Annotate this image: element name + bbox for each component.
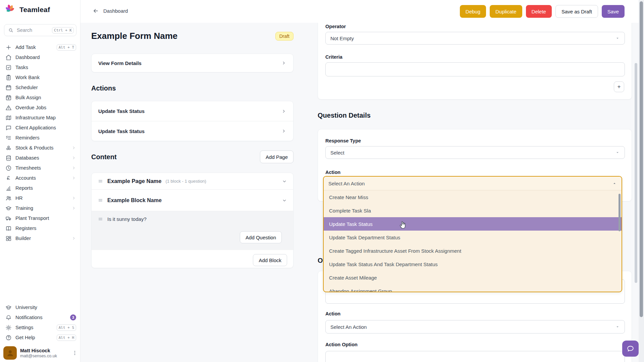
sidebar-item-plant-transport[interactable]: Plant Transport [0,213,80,223]
add-block-button[interactable]: Add Block [253,254,287,266]
action-item-row[interactable]: Update Task Status [92,121,293,141]
sidebar-item-registers[interactable]: Registers [0,223,80,233]
sidebar-item-hr[interactable]: HR [0,193,80,203]
sidebar-item-university[interactable]: University [0,302,80,312]
page-name: Example Page Name [107,178,161,184]
search-icon [8,27,14,33]
dropdown-scrollbar[interactable] [619,194,621,231]
alert-triangle-icon [5,105,12,111]
sidebar-item-reports[interactable]: Reports [0,183,80,193]
dropdown-option-abandon-assignment-group[interactable]: Abandon Assignment Group [324,284,622,292]
user-menu[interactable]: Matt Hiscock matt@senses.co.uk [3,346,78,360]
caret-down-icon [615,36,620,41]
caret-down-icon [615,150,620,155]
back-label: Dashboard [103,8,128,14]
check-square-icon [5,64,12,71]
dropdown-option-create-asset-mileage[interactable]: Create Asset Mileage [324,271,622,284]
action-select[interactable]: Select An Action [324,177,622,190]
chevron-right-icon [71,176,76,180]
sidebar-item-tasks[interactable]: Tasks [0,62,80,72]
chevron-right-icon [71,206,76,210]
gear-icon [5,324,12,331]
content-heading: Content [91,153,117,161]
bar-chart-icon [5,185,12,191]
sidebar-item-dashboard[interactable]: Dashboard [0,52,80,62]
app-name: Teamleaf [19,6,50,14]
criteria-input[interactable] [325,62,625,76]
page-row[interactable]: Example Page Name (1 block - 1 question) [92,173,293,190]
sidebar-item-stock-products[interactable]: Stock & Products [0,143,80,153]
sidebar-item-scheduler[interactable]: Scheduler [0,82,80,93]
notification-count-badge: 3 [70,314,76,320]
chat-button[interactable] [622,341,639,357]
back-to-dashboard[interactable]: Dashboard [93,8,128,14]
question-text: Is it sunny today? [107,216,147,222]
action-item-row[interactable]: Update Task Status [92,101,293,121]
panel-scrollbar-thumb[interactable] [635,63,637,283]
block-row[interactable]: Example Block Name [92,190,293,211]
duplicate-button[interactable]: Duplicate [490,5,522,18]
sidebar-item-timesheets[interactable]: Timesheets [0,163,80,173]
dropdown-option-create-near-miss[interactable]: Create Near Miss [324,190,622,204]
debug-button[interactable]: Debug [460,5,486,18]
sidebar-item-add-task[interactable]: Add Task Alt + T [0,42,80,52]
dropdown-option-update-task-status-and-task-department-status[interactable]: Update Task Status And Task Department S… [324,257,622,271]
dropdown-option-update-task-department-status[interactable]: Update Task Department Status [324,231,622,244]
operator-select[interactable]: Not Empty [325,32,625,45]
dropdown-option-create-tagged-infrastructure-asset-from-stock-assignment[interactable]: Create Tagged Infrastructure Asset From … [324,244,622,257]
question-row[interactable]: Is it sunny today? [92,211,293,227]
page-meta: (1 block - 1 question) [165,179,206,184]
add-condition-button[interactable]: + [614,81,624,92]
drag-handle-icon[interactable] [98,197,103,203]
actions-heading: Actions [91,84,116,92]
chevron-right-icon [71,156,76,160]
question-details-heading: Question Details [318,112,371,119]
sidebar-item-accounts[interactable]: Accounts [0,173,80,183]
sidebar-item-databases[interactable]: Databases [0,153,80,163]
save-as-draft-button[interactable]: Save as Draft [555,5,598,18]
bell-icon [5,314,12,321]
delete-button[interactable]: Delete [526,5,552,18]
sidebar-item-client-applications[interactable]: Client Applications [0,123,80,133]
content-header: Content Add Page [91,150,293,164]
dropdown-option-update-task-status[interactable]: Update Task Status [324,217,622,231]
drag-handle-icon[interactable] [98,216,103,222]
second-action-select[interactable]: Select An Action [325,320,625,334]
criteria-label: Criteria [325,54,342,60]
clipboard-icon [5,74,12,81]
chat-bubble-icon [626,345,635,353]
sidebar-item-training[interactable]: Training [0,203,80,213]
topbar-actions: DebugDuplicateDeleteSave as DraftSave [460,5,625,18]
drag-handle-icon[interactable] [98,178,103,184]
sidebar-item-reminders[interactable]: Reminders [0,133,80,143]
add-question-button[interactable]: Add Question [240,231,282,243]
sidebar-footer-nav: University Notifications 3 Settings Alt … [0,302,80,343]
chevron-right-icon [71,236,76,241]
sidebar-item-get-help[interactable]: Get Help Alt + H [0,333,80,343]
second-action-label: Action [325,311,340,316]
user-options-icon[interactable] [72,350,78,356]
block-name: Example Block Name [107,197,162,203]
view-form-details-row[interactable]: View Form Details [91,54,293,72]
chevron-down-icon[interactable] [282,198,287,203]
chevron-right-icon [71,196,76,200]
sidebar-item-infrastructure-map[interactable]: Infrastructure Map [0,113,80,123]
action-option-input[interactable] [325,351,625,362]
dropdown-option-complete-task-sla[interactable]: Complete Task Sla [324,204,622,217]
save-button[interactable]: Save [602,5,625,18]
chevron-right-icon [281,60,286,66]
response-type-select[interactable]: Select [325,146,625,159]
map-icon [5,115,12,121]
sidebar-item-work-bank[interactable]: Work Bank [0,72,80,82]
grad-cap-icon [5,205,12,212]
page-scrollbar-thumb[interactable] [640,1,643,317]
add-page-button[interactable]: Add Page [260,150,293,163]
search-input[interactable]: Search Ctrl + K [4,24,76,36]
sidebar-item-settings[interactable]: Settings Alt + S [0,322,80,333]
sidebar-item-notifications[interactable]: Notifications 3 [0,312,80,322]
sidebar-item-overdue-jobs[interactable]: Overdue Jobs [0,103,80,113]
sidebar-item-bulk-assign[interactable]: Bulk Assign [0,93,80,103]
chevron-down-icon[interactable] [282,179,287,184]
sidebar-item-builder[interactable]: Builder [0,233,80,243]
main-content: Example Form Name Draft View Form Detail… [80,23,639,362]
